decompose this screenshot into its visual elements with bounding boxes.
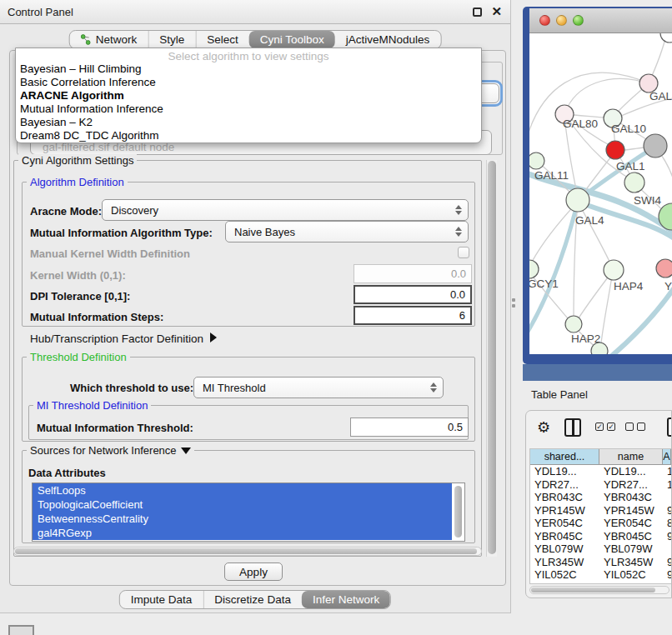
control-panel-titlebar: Control Panel ✕ [0, 0, 510, 24]
node-label-swi4: SWI4 [634, 194, 661, 207]
close-icon[interactable]: ✕ [491, 4, 502, 19]
sources-group-title[interactable]: Sources for Network Inference [27, 444, 194, 457]
aracne-mode-label: Aracne Mode: [30, 205, 102, 218]
kernel-width-label: Kernel Width (0,1): [30, 269, 126, 282]
dropdown-item[interactable]: Bayesian – Hill Climbing [16, 62, 481, 76]
dropdown-item[interactable]: Mutual Information Inference [16, 102, 481, 116]
settings-vertical-scrollbar[interactable] [486, 160, 497, 557]
mi-steps-label: Mutual Information Steps: [30, 311, 163, 323]
table-row[interactable]: YBR045CYBR045C9. [530, 530, 671, 543]
table-row[interactable]: YDR27...YDR27...12 [530, 478, 671, 492]
aracne-mode-combobox[interactable]: Discovery [102, 199, 469, 221]
table-row[interactable]: YER054CYER054C8. [530, 517, 671, 530]
threshold-definition-title: Threshold Definition [27, 351, 130, 363]
tab-network[interactable]: Network [70, 31, 148, 48]
tab-style[interactable]: Style [148, 31, 195, 48]
network-view-window[interactable]: GAL GAL80 GAL10 GAL1 GAL11 SWI4 GAL4 GCY… [523, 7, 672, 364]
apply-button[interactable]: Apply [224, 562, 283, 581]
cyni-bottom-tabbar: Impute Data Discretize Data Infer Networ… [119, 590, 391, 609]
table-rows: YDL19...YDL19...13 YDR27...YDR27...12 YB… [530, 465, 671, 582]
select-all-checkboxes-icon[interactable]: ✓✓ [595, 422, 615, 431]
network-window-titlebar[interactable] [529, 8, 672, 33]
column-header-name[interactable]: name [599, 449, 663, 464]
dropdown-item[interactable]: Dream8 DC_TDC Algorithm [16, 129, 481, 142]
close-traffic-light-icon[interactable] [539, 15, 550, 26]
cell: YBR045C [599, 530, 663, 543]
tab-discretize-label: Discretize Data [214, 593, 291, 606]
mi-threshold-label: Mutual Information Threshold: [37, 422, 193, 434]
hub-definition-label: Hub/Transcription Factor Definition [30, 332, 203, 345]
cell: YBR043C [530, 491, 599, 504]
tab-cyni-toolbox[interactable]: Cyni Toolbox [249, 31, 335, 48]
node-label-gal10: GAL10 [611, 122, 646, 135]
table-row[interactable]: YBL079WYBL079W [530, 542, 671, 556]
hub-definition-expander[interactable]: Hub/Transcription Factor Definition [30, 332, 217, 345]
dpi-tolerance-value: 0.0 [450, 288, 465, 301]
table-row[interactable]: YLR345WYLR345W9. [530, 556, 671, 569]
tab-style-label: Style [159, 33, 184, 46]
table-panel-title: Table Panel [531, 388, 588, 401]
panel-title: Control Panel [8, 6, 73, 18]
gear-icon[interactable]: ⚙ [537, 418, 550, 437]
list-scrollbar[interactable] [454, 486, 462, 538]
list-item[interactable]: SelfLoops [33, 483, 452, 498]
cell: 8. [663, 517, 671, 530]
node-label-y-partial: Y [664, 280, 672, 292]
which-threshold-combobox[interactable]: MI Threshold [193, 377, 444, 398]
bottom-left-window-fragment [8, 625, 34, 635]
manual-kernel-checkbox[interactable] [458, 247, 469, 258]
list-item[interactable]: TopologicalCoefficient [33, 498, 452, 512]
mi-threshold-field[interactable]: 0.5 [350, 418, 469, 437]
mi-steps-field[interactable]: 6 [354, 306, 472, 325]
panel-splitter-handle[interactable] [512, 298, 516, 313]
table-horizontal-scrollbar[interactable] [529, 586, 669, 594]
column-header-shared-name[interactable]: shared... [530, 449, 599, 464]
which-threshold-value: MI Threshold [203, 382, 266, 394]
node-table: shared... name A YDL19...YDL19...13 YDR2… [529, 448, 671, 584]
table-row[interactable]: YPR145WYPR145W9. [530, 504, 671, 518]
cell: YBL079W [530, 542, 599, 556]
expander-right-triangle-icon [210, 332, 217, 342]
cell: 9. [663, 504, 671, 518]
mi-type-combobox[interactable]: Naive Bayes [225, 221, 469, 242]
table-row[interactable]: YBR043CYBR043C [530, 491, 671, 504]
dpi-tolerance-field[interactable]: 0.0 [354, 285, 472, 304]
cell: YDR27... [530, 478, 599, 492]
kernel-width-field[interactable]: 0.0 [354, 264, 472, 283]
zoom-traffic-light-icon[interactable] [573, 15, 584, 26]
tab-infer-network[interactable]: Infer Network [302, 591, 390, 608]
cell: 12 [663, 478, 671, 492]
cell [663, 542, 671, 556]
list-item[interactable]: gal4RGexp [33, 526, 452, 540]
dropdown-item-selected[interactable]: ARACNE Algorithm [16, 89, 481, 102]
control-panel: Control Panel ✕ Network Style Select Cy [0, 0, 511, 613]
table-row[interactable]: YIL052CYIL052C9 [530, 568, 671, 582]
list-item[interactable]: BetweennessCentrality [33, 512, 452, 526]
minimize-traffic-light-icon[interactable] [556, 15, 567, 26]
node-label-gcy1: GCY1 [529, 278, 559, 290]
cell [663, 491, 671, 504]
float-window-icon[interactable] [473, 8, 482, 17]
network-icon [81, 34, 92, 45]
deselect-all-checkboxes-icon[interactable] [625, 422, 645, 431]
network-canvas[interactable]: GAL GAL80 GAL10 GAL1 GAL11 SWI4 GAL4 GCY… [529, 33, 672, 354]
dropdown-item[interactable]: Bayesian – K2 [16, 116, 481, 129]
data-attributes-listbox: SelfLoops TopologicalCoefficient Between… [32, 482, 465, 542]
settings-horizontal-scrollbar[interactable] [13, 547, 482, 556]
apply-label: Apply [239, 566, 268, 578]
column-layout-icon[interactable] [564, 418, 581, 437]
mi-type-value: Naive Bayes [234, 226, 295, 238]
cell: YLR345W [599, 556, 663, 569]
combo-arrows-icon [455, 227, 462, 237]
table-toolbar: ⚙ ✓✓ [526, 411, 671, 446]
table-row[interactable]: YDL19...YDL19...13 [530, 465, 671, 478]
tab-discretize-data[interactable]: Discretize Data [203, 591, 302, 608]
scrollbar-thumb [488, 161, 496, 554]
column-header-partial[interactable]: A [663, 449, 671, 464]
tab-impute-data[interactable]: Impute Data [120, 591, 203, 608]
tab-jactivemnodules[interactable]: jActiveMNodules [335, 31, 441, 48]
tab-network-label: Network [96, 33, 138, 46]
tab-select[interactable]: Select [195, 31, 249, 48]
export-table-icon[interactable] [667, 418, 672, 437]
dropdown-item[interactable]: Basic Correlation Inference [16, 76, 481, 89]
